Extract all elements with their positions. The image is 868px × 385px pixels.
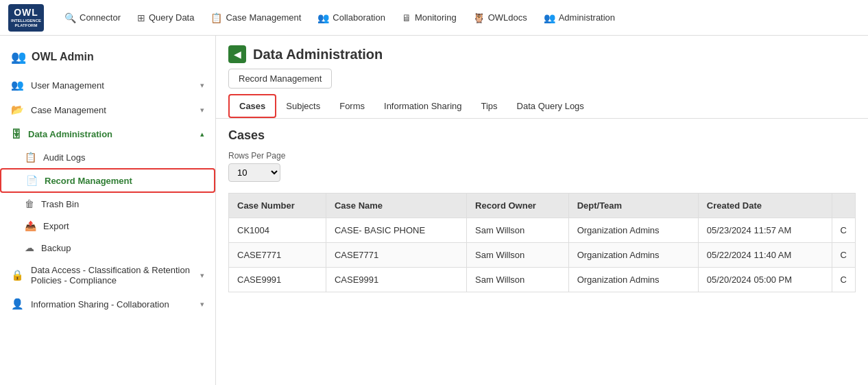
tab-information-sharing[interactable]: Information Sharing — [374, 94, 471, 118]
sidebar-subitem-trash-bin[interactable]: 🗑 Trash Bin — [0, 193, 215, 215]
export-label: Export — [43, 221, 69, 231]
case-name-cell: CASE7771 — [326, 243, 466, 268]
data-access-chevron: ▾ — [200, 271, 204, 280]
sidebar-subitem-audit-logs[interactable]: 📋 Audit Logs — [0, 146, 215, 168]
backup-label: Backup — [41, 243, 71, 253]
case-name-cell: CASE9991 — [326, 268, 466, 292]
nav-monitoring[interactable]: 🖥 Monitoring — [395, 8, 463, 27]
data-access-icon: 🔒 — [11, 269, 24, 281]
nav-case-management-label: Case Management — [226, 12, 301, 23]
case-number-cell[interactable]: CASE7771 — [229, 243, 326, 268]
user-management-icon: 👥 — [11, 79, 24, 91]
created-date-cell[interactable]: 05/22/2024 11:40 AM — [698, 243, 832, 268]
tab-bar-outer: Record Management — [216, 69, 868, 94]
created-date-cell[interactable]: 05/23/2024 11:57 AM — [698, 218, 832, 243]
th-dept-team: Dept/Team — [568, 194, 698, 218]
tab-tips[interactable]: Tips — [471, 94, 507, 118]
nav-collaboration[interactable]: 👥 Collaboration — [311, 8, 392, 27]
query-data-icon: ⊞ — [137, 12, 145, 23]
sidebar-data-administration-label: Data Administration — [28, 129, 112, 139]
case-number-cell[interactable]: CASE9991 — [229, 268, 326, 292]
data-administration-icon: 🗄 — [11, 128, 21, 140]
nav-monitoring-label: Monitoring — [415, 12, 457, 23]
record-owner-cell: Sam Willson — [467, 268, 569, 292]
record-owner-cell: Sam Willson — [467, 218, 569, 243]
nav-case-management[interactable]: 📋 Case Management — [204, 8, 308, 27]
information-sharing-label: Information Sharing - Collaboration — [31, 299, 169, 310]
tab-cases[interactable]: Cases — [228, 94, 276, 118]
sidebar-item-case-management[interactable]: 📂 Case Management ▾ — [0, 97, 215, 122]
created-date-cell[interactable]: 05/20/2024 05:00 PM — [698, 268, 832, 292]
record-owner-cell: Sam Willson — [467, 243, 569, 268]
nav-collaboration-label: Collaboration — [333, 12, 385, 23]
logo-text: OWL — [14, 7, 38, 19]
data-administration-chevron: ▴ — [200, 130, 204, 139]
record-management-tab[interactable]: Record Management — [228, 69, 332, 89]
administration-icon: 👥 — [544, 12, 555, 23]
data-access-label: Data Access - Classification & Retention… — [31, 265, 200, 285]
nav-query-data-label: Query Data — [149, 12, 194, 23]
nav-connector[interactable]: 🔍 Connector — [58, 8, 128, 27]
information-sharing-chevron: ▾ — [200, 300, 204, 309]
rows-per-page-label: Rows Per Page — [228, 151, 856, 161]
nav-owldocs-label: OWLdocs — [488, 12, 527, 23]
nav-owldocs[interactable]: 🦉 OWLdocs — [466, 8, 534, 27]
table-row: CASE7771CASE7771Sam WillsonOrganization … — [229, 243, 856, 268]
case-management-icon: 📋 — [210, 12, 222, 23]
sidebar-item-data-access[interactable]: 🔒 Data Access - Classification & Retenti… — [0, 259, 215, 292]
extra-cell: C — [832, 218, 855, 243]
trash-bin-label: Trash Bin — [41, 199, 79, 209]
th-extra — [832, 194, 855, 218]
tab-forms[interactable]: Forms — [330, 94, 374, 118]
main-content: ◀ Data Administration Record Management … — [216, 36, 868, 385]
trash-bin-icon: 🗑 — [25, 198, 34, 209]
page-title: Data Administration — [253, 47, 383, 62]
cases-section: Cases Rows Per Page 10 25 50 100 Case Nu… — [216, 119, 868, 302]
dept-team-cell: Organization Admins — [568, 218, 698, 243]
sidebar-item-user-management[interactable]: 👥 User Management ▾ — [0, 73, 215, 97]
tab-subjects[interactable]: Subjects — [276, 94, 330, 118]
nav-administration-label: Administration — [559, 12, 615, 23]
sidebar: 👥 OWL Admin 👥 User Management ▾ 📂 Case M… — [0, 36, 216, 385]
tab-data-query-logs[interactable]: Data Query Logs — [507, 94, 594, 118]
case-management-sidebar-icon: 📂 — [11, 104, 24, 116]
nav-administration[interactable]: 👥 Administration — [537, 8, 622, 27]
backup-icon: ☁ — [25, 242, 34, 253]
rows-per-page-select[interactable]: 10 25 50 100 — [228, 163, 280, 182]
table-row: CASE9991CASE9991Sam WillsonOrganization … — [229, 268, 856, 292]
record-management-label: Record Management — [45, 176, 132, 186]
sidebar-item-information-sharing[interactable]: 👤 Information Sharing - Collaboration ▾ — [0, 292, 215, 316]
th-created-date: Created Date — [698, 194, 832, 218]
sidebar-subitem-export[interactable]: 📤 Export — [0, 215, 215, 237]
connector-icon: 🔍 — [64, 12, 76, 23]
rows-per-page-container: Rows Per Page 10 25 50 100 — [228, 151, 856, 182]
tab-navigation: Cases Subjects Forms Information Sharing… — [216, 94, 868, 119]
case-management-chevron: ▾ — [200, 106, 204, 115]
table-row: CK1004CASE- BASIC PHONESam WillsonOrgani… — [229, 218, 856, 243]
sidebar-subitem-record-management[interactable]: 📄 Record Management — [0, 168, 215, 193]
back-button[interactable]: ◀ — [228, 45, 246, 63]
nav-query-data[interactable]: ⊞ Query Data — [130, 8, 201, 27]
audit-logs-icon: 📋 — [25, 152, 36, 163]
export-icon: 📤 — [25, 220, 36, 231]
sidebar-user-management-label: User Management — [31, 80, 104, 91]
case-number-cell[interactable]: CK1004 — [229, 218, 326, 243]
table-header-row: Case Number Case Name Record Owner Dept/… — [229, 194, 856, 218]
extra-cell: C — [832, 268, 855, 292]
main-layout: 👥 OWL Admin 👥 User Management ▾ 📂 Case M… — [0, 36, 868, 385]
collaboration-icon: 👥 — [317, 12, 329, 23]
sidebar-subitem-backup[interactable]: ☁ Backup — [0, 237, 215, 259]
sidebar-header: 👥 OWL Admin — [0, 44, 215, 73]
logo-sub2: PLATFORM — [15, 23, 38, 28]
dept-team-cell: Organization Admins — [568, 243, 698, 268]
sidebar-item-data-administration[interactable]: 🗄 Data Administration ▴ — [0, 122, 215, 146]
sidebar-title: OWL Admin — [32, 51, 94, 63]
owldocs-icon: 🦉 — [473, 12, 485, 23]
monitoring-icon: 🖥 — [402, 12, 411, 23]
owl-admin-icon: 👥 — [11, 49, 26, 65]
extra-cell: C — [832, 243, 855, 268]
app-logo[interactable]: OWL INTELLIGENCE PLATFORM — [8, 4, 44, 32]
case-name-cell: CASE- BASIC PHONE — [326, 218, 466, 243]
dept-team-cell: Organization Admins — [568, 268, 698, 292]
top-navigation: OWL INTELLIGENCE PLATFORM 🔍 Connector ⊞ … — [0, 0, 868, 36]
